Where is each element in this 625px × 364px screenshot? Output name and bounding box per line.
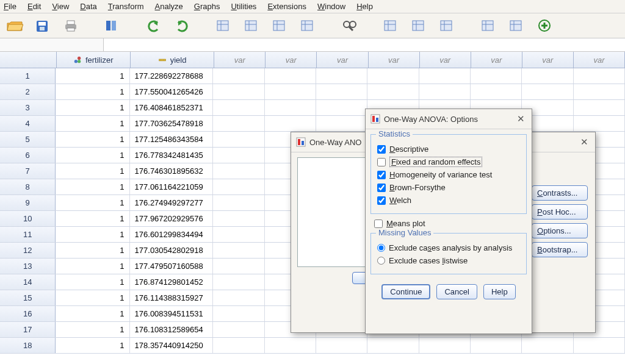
column-header-empty[interactable]: var bbox=[471, 52, 522, 68]
row-header[interactable]: 2 bbox=[0, 84, 56, 99]
cell-empty[interactable] bbox=[522, 84, 573, 99]
cell-empty[interactable] bbox=[574, 100, 625, 115]
split-file-icon[interactable] bbox=[381, 17, 400, 34]
row-header[interactable]: 11 bbox=[0, 227, 56, 242]
row-header[interactable]: 1 bbox=[0, 68, 56, 84]
add-icon[interactable] bbox=[535, 17, 554, 34]
cell-yield[interactable]: 177.550041265426 bbox=[130, 84, 214, 99]
checkbox-input[interactable] bbox=[377, 171, 386, 179]
menu-data[interactable]: Data bbox=[80, 2, 96, 11]
row-header[interactable]: 5 bbox=[0, 132, 56, 147]
options-button[interactable]: Options... bbox=[532, 223, 588, 238]
cell-empty[interactable] bbox=[265, 338, 316, 353]
cell-empty[interactable] bbox=[213, 259, 264, 274]
column-header-empty[interactable]: var bbox=[522, 52, 574, 68]
checkbox-input[interactable] bbox=[377, 145, 386, 154]
save-icon[interactable] bbox=[33, 17, 52, 34]
checkbox-input[interactable] bbox=[377, 184, 386, 192]
column-header-empty[interactable]: var bbox=[317, 52, 368, 68]
row-header[interactable]: 14 bbox=[0, 274, 56, 290]
cell-empty[interactable] bbox=[213, 338, 264, 353]
cell-empty[interactable] bbox=[213, 163, 264, 179]
cell-empty[interactable] bbox=[316, 116, 367, 131]
radio-exclude-cases-listwise[interactable]: Exclude cases listwise bbox=[377, 256, 520, 265]
radio-input[interactable] bbox=[377, 257, 385, 265]
cell-fertilizer[interactable]: 1 bbox=[56, 290, 129, 305]
checkbox-input[interactable] bbox=[377, 196, 386, 205]
cell-empty[interactable] bbox=[367, 68, 419, 84]
cell-fertilizer[interactable]: 1 bbox=[56, 163, 129, 179]
menu-help[interactable]: Help bbox=[356, 2, 373, 11]
cell-fertilizer[interactable]: 1 bbox=[56, 195, 129, 210]
row-header[interactable]: 10 bbox=[0, 211, 56, 226]
menu-view[interactable]: View bbox=[52, 2, 69, 11]
dialog-titlebar[interactable]: One-Way ANOVA: Options ✕ bbox=[366, 109, 532, 129]
cell-empty[interactable] bbox=[367, 84, 419, 99]
cell-yield[interactable]: 177.967202929576 bbox=[130, 211, 214, 226]
cell-empty[interactable] bbox=[522, 338, 573, 353]
cell-fertilizer[interactable]: 1 bbox=[56, 306, 129, 321]
cell-empty[interactable] bbox=[316, 84, 367, 99]
cell-empty[interactable] bbox=[471, 338, 522, 353]
row-header[interactable]: 6 bbox=[0, 148, 56, 163]
column-header-empty[interactable]: var bbox=[420, 52, 471, 68]
cell-yield[interactable]: 177.125486343584 bbox=[130, 132, 214, 147]
find-icon[interactable] bbox=[339, 17, 359, 34]
row-header[interactable]: 13 bbox=[0, 259, 56, 274]
cell-empty[interactable] bbox=[316, 68, 367, 84]
checkbox-fixed-and-random-effects[interactable]: Fixed and random effects bbox=[377, 157, 520, 166]
cell-fertilizer[interactable]: 1 bbox=[56, 179, 129, 194]
cell-empty[interactable] bbox=[265, 68, 316, 84]
cell-empty[interactable] bbox=[265, 84, 316, 99]
spellcheck-icon[interactable] bbox=[479, 17, 498, 34]
variables-icon[interactable] bbox=[437, 17, 457, 34]
cell-fertilizer[interactable]: 1 bbox=[56, 338, 129, 353]
row-header[interactable]: 18 bbox=[0, 338, 56, 353]
menu-graphs[interactable]: Graphs bbox=[194, 2, 220, 11]
cell-empty[interactable] bbox=[213, 211, 264, 226]
cell-yield[interactable]: 176.408461852371 bbox=[130, 100, 214, 115]
cell-fertilizer[interactable]: 1 bbox=[56, 227, 129, 242]
cell-empty[interactable] bbox=[471, 84, 522, 99]
cell-empty[interactable] bbox=[213, 195, 264, 210]
value-labels-icon[interactable] bbox=[409, 17, 428, 34]
cell-empty[interactable] bbox=[574, 68, 625, 84]
row-header[interactable]: 8 bbox=[0, 179, 56, 194]
menu-file[interactable]: File bbox=[4, 2, 16, 11]
cell-empty[interactable] bbox=[316, 100, 367, 115]
menu-utilities[interactable]: Utilities bbox=[231, 2, 256, 11]
cell-empty[interactable] bbox=[213, 290, 264, 305]
checkbox-welch[interactable]: Welch bbox=[377, 196, 520, 205]
goto-icon[interactable] bbox=[214, 17, 233, 34]
cell-empty[interactable] bbox=[213, 179, 264, 194]
cell-yield[interactable]: 176.778342481435 bbox=[130, 148, 214, 163]
cell-yield[interactable]: 177.703625478918 bbox=[130, 116, 214, 131]
row-header[interactable]: 3 bbox=[0, 100, 56, 115]
bootstrap-button[interactable]: Bootstrap... bbox=[532, 242, 588, 257]
checkbox-brown-forsythe[interactable]: Brown-Forsythe bbox=[377, 183, 520, 192]
cell-yield[interactable]: 176.601299834494 bbox=[130, 227, 214, 242]
cell-empty[interactable] bbox=[213, 84, 264, 99]
cell-empty[interactable] bbox=[213, 243, 264, 258]
cell-empty[interactable] bbox=[265, 100, 316, 115]
cell-fertilizer[interactable]: 1 bbox=[56, 211, 129, 226]
undo-icon[interactable] bbox=[144, 17, 164, 34]
checkbox-homogeneity-of-variance-test[interactable]: Homogeneity of variance test bbox=[377, 170, 520, 179]
cell-fertilizer[interactable]: 1 bbox=[56, 243, 129, 258]
cell-empty[interactable] bbox=[213, 116, 264, 131]
cancel-button[interactable]: Cancel bbox=[436, 284, 477, 299]
cell-yield[interactable]: 177.228692278688 bbox=[130, 68, 214, 84]
radio-exclude-cases-analysis-by-analysis[interactable]: Exclude cases analysis by analysis bbox=[377, 243, 520, 252]
cell-empty[interactable] bbox=[471, 68, 522, 84]
close-icon[interactable]: ✕ bbox=[578, 136, 590, 148]
cell-yield[interactable]: 177.061164221059 bbox=[130, 179, 214, 194]
help-button[interactable]: Help bbox=[483, 284, 516, 299]
cell-empty[interactable] bbox=[574, 84, 625, 99]
cell-fertilizer[interactable]: 1 bbox=[56, 84, 129, 99]
cell-empty[interactable] bbox=[213, 306, 264, 321]
row-header[interactable]: 16 bbox=[0, 306, 56, 321]
row-header[interactable]: 7 bbox=[0, 163, 56, 179]
row-header[interactable]: 4 bbox=[0, 116, 56, 131]
radio-input[interactable] bbox=[377, 244, 385, 252]
cell-yield[interactable]: 176.114388315927 bbox=[130, 290, 214, 305]
